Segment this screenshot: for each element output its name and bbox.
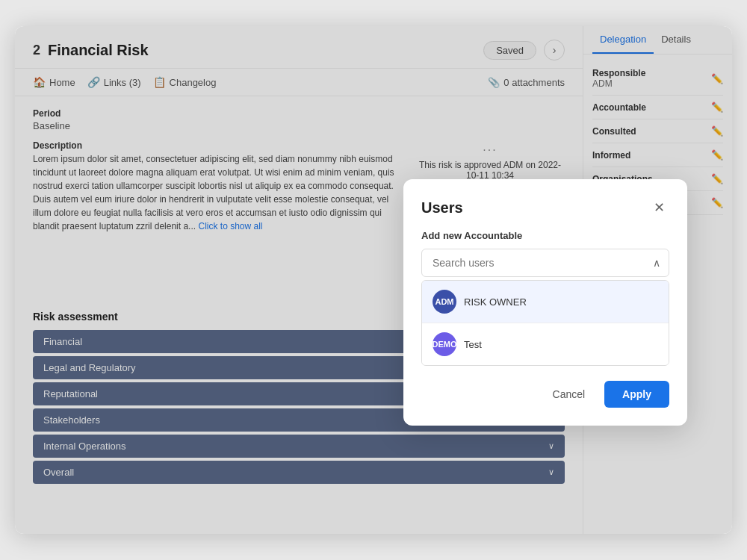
user-avatar-demo: DEMO xyxy=(433,332,456,356)
search-input-container: ∧ xyxy=(421,249,669,277)
modal-close-button[interactable]: ✕ xyxy=(648,197,669,218)
user-name-demo: Test xyxy=(464,339,482,350)
users-modal: Users ✕ Add new Accountable ∧ ADM RISK O… xyxy=(403,179,687,426)
user-item-demo[interactable]: DEMO Test xyxy=(422,323,669,365)
modal-title: Users xyxy=(421,199,463,217)
modal-header: Users ✕ xyxy=(421,197,669,218)
screen-wrapper: 2 Financial Risk Saved › 🏠 Home 🔗 Links … xyxy=(15,26,732,534)
user-item-adm[interactable]: ADM RISK OWNER xyxy=(422,281,669,323)
modal-subtitle: Add new Accountable xyxy=(421,230,669,241)
chevron-up-icon: ∧ xyxy=(653,257,660,269)
user-name-adm: RISK OWNER xyxy=(464,296,527,308)
users-list: ADM RISK OWNER DEMO Test xyxy=(421,280,669,366)
user-avatar-adm: ADM xyxy=(433,290,456,314)
modal-footer: Cancel Apply xyxy=(421,381,669,408)
cancel-button[interactable]: Cancel xyxy=(541,381,598,408)
apply-button[interactable]: Apply xyxy=(604,381,669,408)
search-input[interactable] xyxy=(421,249,669,277)
modal-overlay: Users ✕ Add new Accountable ∧ ADM RISK O… xyxy=(15,26,732,534)
